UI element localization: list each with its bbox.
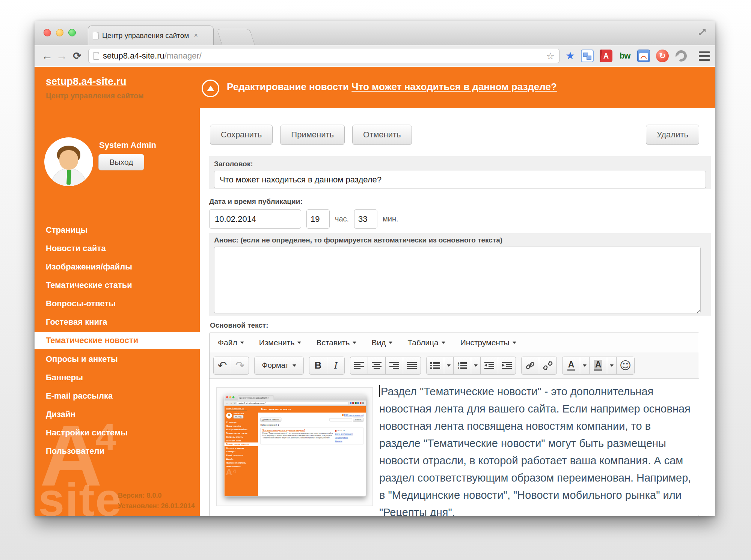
- installed-line: Установлен: 26.01.2014: [118, 501, 195, 512]
- date-field-section: Дата и время публикации: час. мин.: [209, 197, 398, 229]
- menu-edit[interactable]: Изменить: [259, 338, 302, 347]
- reload-icon[interactable]: ⟳: [69, 50, 85, 62]
- new-tab-button[interactable]: [217, 29, 255, 45]
- chevron-down-icon: [583, 364, 587, 367]
- italic-button[interactable]: I: [327, 357, 345, 375]
- chevron-down-icon: [389, 342, 392, 344]
- user-name: System Admin: [99, 140, 156, 150]
- dictionary-ext-icon[interactable]: A: [600, 50, 612, 62]
- annonce-textarea[interactable]: [214, 247, 701, 313]
- chevron-down-icon: [442, 342, 445, 344]
- format-dropdown[interactable]: Формат: [254, 357, 304, 375]
- sidebar-item-banners[interactable]: Баннеры: [35, 368, 200, 387]
- background-color-button[interactable]: A: [589, 357, 607, 375]
- loop-ext-icon[interactable]: [675, 50, 688, 62]
- chevron-down-icon: [240, 342, 244, 344]
- cancel-button[interactable]: Отменить: [352, 125, 412, 145]
- chevron-down-icon: [513, 342, 516, 344]
- sidebar-item-site-news[interactable]: Новости сайта: [35, 239, 200, 257]
- apply-button[interactable]: Применить: [280, 125, 345, 145]
- menu-file[interactable]: Файл: [218, 338, 244, 347]
- tab-title: Центр управления сайтом: [102, 32, 189, 40]
- bullet-list-dropdown[interactable]: [444, 357, 454, 375]
- fullscreen-expand-icon[interactable]: [697, 27, 707, 37]
- hour-unit-label: час.: [335, 215, 349, 223]
- url-path: /manager/: [164, 51, 202, 60]
- title-input[interactable]: [214, 171, 706, 188]
- indent-button[interactable]: [498, 357, 516, 375]
- align-left-icon: [354, 362, 364, 369]
- minimize-window-button[interactable]: [56, 29, 63, 36]
- numbered-list-button[interactable]: 123: [453, 357, 471, 375]
- extension-strip: ★ A bw ↻: [566, 50, 710, 62]
- save-button[interactable]: Сохранить: [210, 125, 273, 145]
- undo-icon: ↶: [217, 360, 227, 371]
- hour-input[interactable]: [306, 209, 330, 229]
- background-color-dropdown[interactable]: [607, 357, 617, 375]
- tab-close-icon[interactable]: ×: [194, 32, 198, 39]
- url-bar[interactable]: setup8.a4-site.ru/manager/ ☆: [88, 49, 559, 63]
- insert-link-button[interactable]: [521, 357, 539, 375]
- menu-insert[interactable]: Вставить: [316, 338, 356, 347]
- sidebar-item-thematic-news[interactable]: Тематические новости: [35, 332, 200, 349]
- version-line: Версия: 8.0.0: [118, 491, 195, 501]
- italic-icon: I: [334, 360, 338, 371]
- zoom-window-button[interactable]: [68, 29, 76, 36]
- menu-tools[interactable]: Инструменты: [460, 338, 516, 347]
- minute-input[interactable]: [354, 209, 377, 229]
- sidebar-item-thematic-articles[interactable]: Тематические статьи: [35, 276, 200, 294]
- align-right-icon: [389, 362, 399, 369]
- remove-link-button[interactable]: [539, 357, 557, 375]
- back-icon[interactable]: ←: [40, 50, 54, 62]
- screenshot-ext-icon[interactable]: [637, 50, 650, 62]
- align-center-button[interactable]: [368, 357, 386, 375]
- sidebar-item-images-files[interactable]: Изображения/файлы: [35, 257, 200, 276]
- close-window-button[interactable]: [44, 29, 51, 36]
- sidebar-item-guestbook[interactable]: Гостевая книга: [35, 313, 200, 331]
- site-link[interactable]: setup8.a4-site.ru: [46, 76, 127, 87]
- url-host: setup8.a4-site.ru: [103, 51, 164, 60]
- bullet-list-button[interactable]: [426, 357, 444, 375]
- menu-table[interactable]: Таблица: [407, 338, 445, 347]
- a4site-watermark: A4 site: [40, 422, 122, 516]
- numbered-list-dropdown[interactable]: [471, 357, 481, 375]
- logout-button[interactable]: Выход: [98, 154, 144, 170]
- date-input[interactable]: [209, 209, 301, 229]
- align-right-button[interactable]: [385, 357, 403, 375]
- translate-ext-icon[interactable]: [581, 50, 594, 62]
- bold-button[interactable]: B: [309, 357, 327, 375]
- bold-icon: B: [315, 360, 322, 371]
- collapse-circle-icon[interactable]: [202, 80, 219, 97]
- editor-content[interactable]: Центр управления сайтом × ←→C setup8.a4-…: [210, 379, 699, 516]
- browser-toolbar: ← → ⟳ setup8.a4-site.ru/manager/ ☆ ★ A b…: [35, 45, 715, 66]
- outdent-button[interactable]: [480, 357, 498, 375]
- text-cursor: [379, 385, 380, 397]
- delete-button[interactable]: Удалить: [646, 125, 699, 145]
- embedded-screenshot-image[interactable]: Центр управления сайтом × ←→C setup8.a4-…: [216, 387, 373, 506]
- background-color-icon: A: [594, 360, 603, 371]
- undo-button[interactable]: ↶: [213, 357, 231, 375]
- window-titlebar: Центр управления сайтом ×: [35, 21, 715, 45]
- redo-button[interactable]: ↷: [231, 357, 249, 375]
- page-title-link[interactable]: Что может находиться в данном разделе?: [351, 81, 557, 92]
- bw-ext-icon[interactable]: bw: [618, 50, 631, 62]
- justify-button[interactable]: [403, 357, 421, 375]
- sidebar-item-qa[interactable]: Вопросы-ответы: [35, 294, 200, 313]
- emoticon-button[interactable]: ☺: [616, 357, 635, 375]
- chevron-down-icon: [297, 342, 301, 344]
- text-color-dropdown[interactable]: [580, 357, 590, 375]
- bookmark-star-icon[interactable]: ☆: [546, 51, 554, 62]
- forward-icon[interactable]: →: [54, 50, 69, 62]
- sync-ext-icon[interactable]: ↻: [656, 50, 669, 62]
- text-color-button[interactable]: A: [562, 357, 580, 375]
- sidebar-item-polls[interactable]: Опросы и анкеты: [35, 350, 200, 368]
- editor-paragraph[interactable]: Раздел "Тематические новости" - это допо…: [379, 383, 692, 516]
- menu-view[interactable]: Вид: [371, 338, 392, 347]
- bookmarks-ext-icon[interactable]: ★: [566, 51, 575, 61]
- sidebar-item-email[interactable]: E-mail рассылка: [35, 387, 200, 405]
- browser-tab[interactable]: Центр управления сайтом ×: [88, 26, 214, 45]
- browser-menu-icon[interactable]: [699, 51, 710, 61]
- align-left-button[interactable]: [350, 357, 368, 375]
- sidebar-item-pages[interactable]: Страницы: [35, 221, 200, 239]
- sidebar: setup8.a4-site.ru Центр управления сайто…: [35, 67, 200, 516]
